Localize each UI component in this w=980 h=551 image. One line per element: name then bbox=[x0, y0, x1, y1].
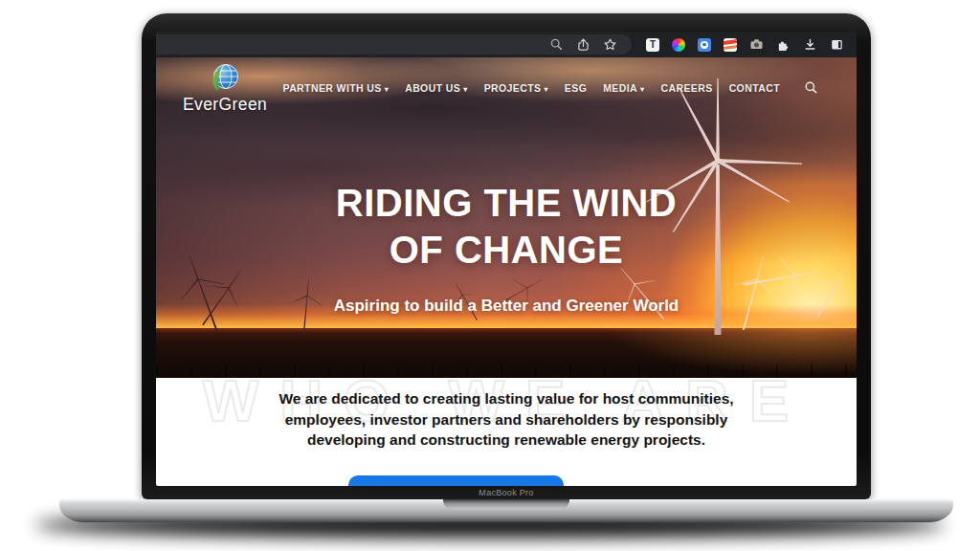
nav-careers[interactable]: CAREERS bbox=[660, 82, 712, 94]
laptop-base bbox=[59, 499, 953, 522]
site-header: EverGreen PARTNER WITH US▾ ABOUT US▾ PRO… bbox=[156, 57, 857, 113]
color-wheel-extension-icon[interactable] bbox=[672, 38, 685, 52]
red-shield-extension-icon[interactable] bbox=[724, 38, 737, 52]
orange-stripe bbox=[724, 44, 737, 49]
hero-title: RIDING THE WIND OF CHANGE bbox=[156, 180, 857, 274]
bookmark-star-icon[interactable] bbox=[603, 37, 617, 52]
chevron-down-icon: ▾ bbox=[385, 85, 389, 94]
camera-gray-extension-icon[interactable] bbox=[749, 37, 764, 52]
hero-title-line1: RIDING THE WIND bbox=[156, 180, 857, 227]
site-logo[interactable]: EverGreen bbox=[183, 63, 298, 115]
logo-text: EverGreen bbox=[183, 95, 298, 115]
macbook-mockup: T bbox=[0, 0, 980, 551]
nav-media[interactable]: MEDIA▾ bbox=[603, 82, 644, 94]
about-line: We are dedicated to creating lasting val… bbox=[156, 388, 857, 409]
chevron-down-icon: ▾ bbox=[463, 85, 467, 94]
downloads-icon[interactable] bbox=[803, 37, 817, 52]
red-stripe bbox=[724, 38, 737, 44]
nav-contact[interactable]: CONTACT bbox=[729, 82, 780, 94]
browser-toolbar: T bbox=[156, 32, 857, 57]
globe-leaf-logo-icon bbox=[208, 63, 240, 94]
omnibox[interactable] bbox=[156, 34, 632, 55]
who-we-are-section: WHO WE ARE We are dedicated to creating … bbox=[156, 378, 857, 486]
nav-partner-with-us[interactable]: PARTNER WITH US▾ bbox=[283, 82, 390, 94]
chevron-down-icon: ▾ bbox=[544, 85, 547, 94]
laptop-screen-bezel: T bbox=[142, 13, 871, 499]
extensions-puzzle-icon[interactable] bbox=[776, 37, 791, 52]
extension-toolbar: T bbox=[646, 32, 844, 57]
cta-button[interactable] bbox=[348, 475, 564, 486]
about-paragraph: We are dedicated to creating lasting val… bbox=[156, 388, 857, 451]
search-icon[interactable] bbox=[804, 80, 818, 95]
lid-notch bbox=[443, 499, 569, 510]
screen: T bbox=[156, 32, 857, 486]
hero-copy: RIDING THE WIND OF CHANGE Aspiring to bu… bbox=[156, 180, 857, 316]
share-icon[interactable] bbox=[576, 37, 590, 52]
macbook-pro-label: MacBook Pro bbox=[142, 486, 871, 499]
about-line: employees, investor partners and shareho… bbox=[156, 409, 857, 430]
hero-section: EverGreen PARTNER WITH US▾ ABOUT US▾ PRO… bbox=[156, 57, 857, 378]
hero-title-line2: OF CHANGE bbox=[156, 227, 857, 274]
about-line: developing and constructing renewable en… bbox=[156, 430, 857, 451]
nav-esg[interactable]: ESG bbox=[565, 82, 587, 94]
nav-projects[interactable]: PROJECTS▾ bbox=[484, 82, 548, 94]
camera-blue-extension-icon[interactable] bbox=[698, 38, 711, 52]
text-extension-icon[interactable]: T bbox=[646, 38, 659, 52]
nav-about-us[interactable]: ABOUT US▾ bbox=[405, 82, 467, 94]
hero-subtitle: Aspiring to build a Better and Greener W… bbox=[156, 297, 857, 316]
side-panel-icon[interactable] bbox=[830, 37, 844, 52]
main-nav: PARTNER WITH US▾ ABOUT US▾ PROJECTS▾ ESG… bbox=[283, 80, 818, 95]
chevron-down-icon: ▾ bbox=[640, 85, 644, 94]
zoom-icon[interactable] bbox=[549, 37, 564, 52]
lens-shape bbox=[701, 41, 708, 49]
